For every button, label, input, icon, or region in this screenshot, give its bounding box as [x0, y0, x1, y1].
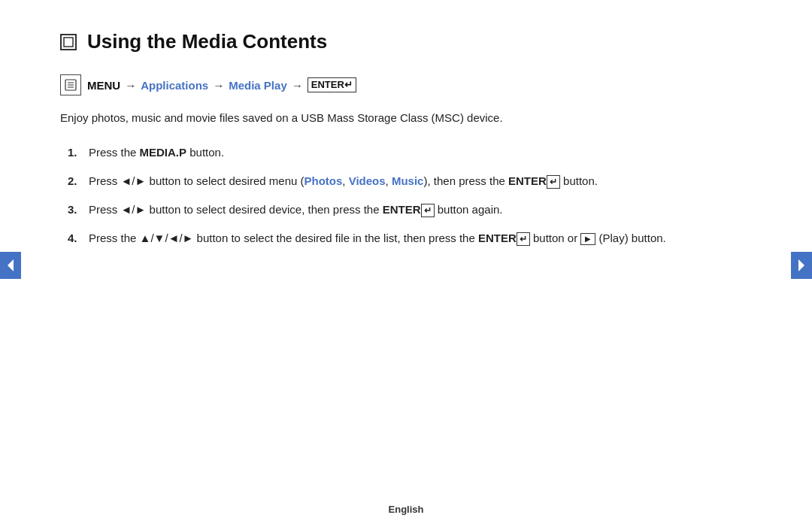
breadcrumb-arrow-1: →	[125, 79, 136, 92]
step-4-content: Press the ▲/▼/◄/► button to select the d…	[89, 229, 752, 247]
steps-list: 1. Press the MEDIA.P button. 2. Press ◄/…	[68, 144, 752, 247]
step-1-number: 1.	[68, 144, 89, 162]
step-3-number: 3.	[68, 201, 89, 219]
step-2: 2. Press ◄/► button to select desired me…	[68, 172, 752, 190]
page-container: Using the Media Contents MENU → Applicat…	[0, 0, 812, 530]
enter-box: ENTER↵	[308, 77, 356, 92]
menu-label: MENU	[87, 79, 120, 92]
step-1-content: Press the MEDIA.P button.	[89, 144, 752, 162]
step-4-number: 4.	[68, 229, 89, 247]
page-title: Using the Media Contents	[87, 30, 327, 53]
step-3-content: Press ◄/► button to select desired devic…	[89, 201, 752, 219]
svg-marker-2	[8, 259, 14, 271]
nav-arrow-left[interactable]	[0, 252, 21, 279]
breadcrumb-enter: ENTER↵	[308, 77, 356, 92]
footer: English	[389, 504, 424, 515]
nav-arrow-right[interactable]	[791, 252, 812, 279]
link-photos: Photos	[304, 174, 343, 187]
step-1: 1. Press the MEDIA.P button.	[68, 144, 752, 162]
enter-icon-4: ↵	[517, 232, 530, 247]
breadcrumb-applications[interactable]: Applications	[141, 79, 208, 92]
enter-icon-2: ↵	[547, 175, 560, 189]
breadcrumb-media-play[interactable]: Media Play	[229, 79, 287, 92]
step-2-number: 2.	[68, 172, 89, 190]
description: Enjoy photos, music and movie files save…	[60, 109, 752, 127]
breadcrumb: MENU → Applications → Media Play → ENTER…	[60, 74, 752, 95]
play-icon: ▶	[580, 233, 595, 245]
enter-icon-3: ↵	[421, 204, 435, 218]
menu-icon	[60, 74, 81, 95]
link-music: Music	[392, 174, 424, 187]
svg-rect-0	[64, 38, 73, 47]
step-3: 3. Press ◄/► button to select desired de…	[68, 201, 752, 219]
step-4: 4. Press the ▲/▼/◄/► button to select th…	[68, 229, 752, 247]
breadcrumb-arrow-2: →	[213, 79, 224, 92]
link-videos: Videos	[349, 174, 386, 187]
title-row: Using the Media Contents	[60, 30, 752, 53]
step-2-content: Press ◄/► button to select desired menu …	[89, 172, 752, 190]
checkbox-icon	[60, 34, 77, 50]
svg-marker-3	[798, 259, 804, 271]
breadcrumb-arrow-3: →	[292, 79, 303, 92]
